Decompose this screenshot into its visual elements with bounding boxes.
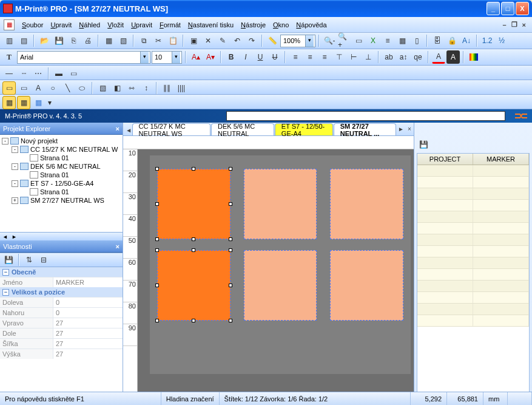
tabs-right-icon[interactable]: ► [397,126,405,134]
doc-tab[interactable]: CC 15/27 K MC NEUTRAL WS [132,123,210,135]
no-fill-icon[interactable]: ▭ [67,67,80,80]
distribute-v-icon[interactable]: ↕ [140,81,153,95]
align-center-icon[interactable]: ≡ [303,50,317,64]
circle-icon[interactable]: ○ [46,81,59,95]
table-dd-icon[interactable]: ▾ [46,96,53,109]
tree-node[interactable]: Strana 01 [2,188,121,196]
prop-value[interactable]: 27 [53,349,123,359]
palette-icon[interactable] [467,50,480,64]
save-all-icon[interactable]: ⎘ [67,34,80,47]
data-save-icon[interactable]: 💾 [417,138,430,151]
mdi-close[interactable]: × [520,20,528,30]
align-left-icon[interactable]: ≡ [289,50,302,64]
table2-icon[interactable]: ▦ [17,96,30,109]
menu-upravit[interactable]: Upravit [127,19,156,30]
align-middle-icon[interactable]: ⊢ [347,50,360,64]
text-orient2-icon[interactable]: a↕ [397,50,410,64]
underline-icon[interactable]: U [254,50,267,64]
menu-okno[interactable]: Okno [269,19,292,30]
tree-node[interactable]: +SM 27/27 NEUTRAL WS [2,196,121,205]
list-icon[interactable]: ≡ [381,34,394,47]
search-input[interactable] [226,111,505,121]
zoom-out-icon[interactable]: 🔍- [323,34,336,47]
new-project-icon[interactable]: ▥ [2,34,16,47]
tree-node[interactable]: Strana 01 [2,154,121,162]
menu-náhled[interactable]: Náhled [75,19,104,30]
number-icon[interactable]: 1.2 [480,34,494,47]
redo-icon[interactable]: ↷ [245,34,258,47]
doc-tab[interactable]: ET S7 - 12/50-GE-A4 [275,123,333,135]
menu-nástroje[interactable]: Nástroje [237,19,269,30]
barcode2-icon[interactable]: |||| [175,81,188,95]
tree-node[interactable]: -DEK 5/6 MC NEUTRAL [2,162,121,171]
prop-value[interactable]: 27 [53,318,123,328]
marker-selected[interactable] [157,250,231,321]
prop-value[interactable]: 27 [53,328,123,338]
maximize-button[interactable]: □ [501,2,514,15]
open-icon[interactable]: 📂 [38,34,51,47]
marker-selected[interactable] [157,169,231,239]
props-section-size[interactable]: −Velikost a pozice [0,287,123,297]
ellipse-icon[interactable]: ⬭ [75,81,89,95]
props-sort-icon[interactable]: ⇅ [22,253,36,267]
line-dash-icon[interactable]: ┄ [17,67,30,80]
close-button[interactable]: X [516,2,529,15]
paste-icon[interactable]: 📋 [166,34,180,47]
line-style-icon[interactable]: — [2,67,16,80]
italic-icon[interactable]: I [239,50,252,64]
symbol-icon[interactable]: ◧ [110,81,124,95]
line-dot-icon[interactable]: ⋯ [32,67,45,80]
marker[interactable] [244,250,317,321]
menu-vložit[interactable]: Vložit [104,19,127,30]
properties-close-icon[interactable]: × [116,243,120,250]
tree-node[interactable]: Strana 01 [2,171,121,179]
undo-icon[interactable]: ↶ [231,34,244,47]
bold-icon[interactable]: B [224,50,238,64]
grid-icon[interactable]: ▦ [396,34,409,47]
design-canvas[interactable] [138,149,414,405]
project-tree[interactable]: -Nový projekt-CC 15/27 K MC NEUTRAL WStr… [0,135,123,232]
edit-icon[interactable]: ✎ [216,34,229,47]
excel-icon[interactable]: X [366,34,380,47]
rect-icon[interactable]: ▭ [17,81,30,95]
marker[interactable] [244,169,317,239]
group-icon[interactable]: ▣ [187,34,200,47]
data-grid[interactable]: PROJECT MARKER [417,153,530,405]
select-icon[interactable]: ▭ [2,81,16,95]
prop-name-value[interactable]: MARKER [53,277,123,287]
cut-icon[interactable]: ✂ [152,34,165,47]
zoom-combo[interactable]: 100%▾ [280,35,315,47]
layout-icon[interactable]: ▯ [410,34,423,47]
tabs-left-icon[interactable]: ◄ [126,127,132,135]
mdi-restore[interactable]: ❐ [509,19,520,30]
fit-page-icon[interactable]: ▭ [352,34,365,47]
tree-node[interactable]: -Nový projekt [2,137,121,145]
align-right-icon[interactable]: ≡ [318,50,331,64]
fill-icon[interactable]: ▬ [52,67,66,80]
save-icon[interactable]: 💾 [52,34,66,47]
distribute-h-icon[interactable]: ⇿ [125,81,138,95]
table3-icon[interactable]: ▦ [32,96,45,109]
minimize-button[interactable]: _ [487,2,500,15]
font-color-icon[interactable]: A [432,50,445,64]
mdi-minimize[interactable]: – [500,20,508,30]
prop-value[interactable]: 0 [53,308,123,318]
font-grow-icon[interactable]: A▴ [189,50,203,64]
zoom-in-icon[interactable]: 🔍+ [337,34,351,47]
strike-icon[interactable]: U [268,50,281,64]
align-bottom-icon[interactable]: ⊥ [362,50,375,64]
barcode-icon[interactable]: ∥∥ [160,81,173,95]
measure-icon[interactable]: 📏 [266,34,279,47]
table1-icon[interactable]: ▦ [2,96,16,109]
grid-header-marker[interactable]: MARKER [473,154,529,165]
align-top-icon[interactable]: ⊤ [332,50,346,64]
font-combo[interactable]: Arial▾ [17,51,150,64]
doc-tab[interactable]: DEK 5/6 MC NEUTRAL [211,123,274,135]
tree-nav-right-icon[interactable]: ► [12,234,17,240]
explorer-close-icon[interactable]: × [116,125,120,132]
menu-formát[interactable]: Formát [156,19,184,30]
doc-tab[interactable]: SM 27/27 NEUTRAL ... [334,123,396,135]
db-icon[interactable]: 🗄 [431,34,444,47]
prop-value[interactable]: 27 [53,339,123,349]
props-section-general[interactable]: −Obecně [0,267,123,277]
